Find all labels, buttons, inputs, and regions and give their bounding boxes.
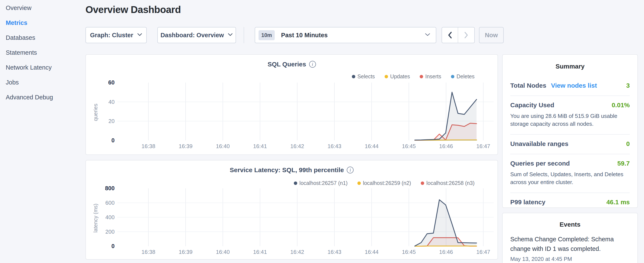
view-nodes-list-link[interactable]: View nodes list xyxy=(551,82,597,89)
sidebar-item-network-latency[interactable]: Network Latency xyxy=(6,64,85,71)
legend-item: localhost:26259 (n2) xyxy=(358,180,411,186)
now-button[interactable]: Now xyxy=(479,27,504,43)
graph-dropdown[interactable]: Graph: Cluster xyxy=(86,27,147,43)
svg-text:0: 0 xyxy=(112,137,114,144)
summary-description: Sum of Selects, Updates, Inserts, and De… xyxy=(510,170,630,186)
summary-value: 46.1 ms xyxy=(606,198,630,206)
legend-item: localhost:26258 (n3) xyxy=(421,180,474,186)
svg-text:16:40: 16:40 xyxy=(216,143,230,149)
summary-label: Capacity Used xyxy=(510,102,554,109)
svg-text:16:42: 16:42 xyxy=(290,143,304,149)
svg-text:40: 40 xyxy=(108,99,114,105)
summary-row-total-nodes: Total Nodes View nodes list 3 xyxy=(510,76,630,96)
sidebar-item-databases[interactable]: Databases xyxy=(6,34,85,41)
time-range-badge: 10m xyxy=(258,30,275,40)
summary-label: Queries per second xyxy=(510,160,570,167)
graph-dropdown-label: Graph: Cluster xyxy=(90,32,133,39)
summary-row-unavailable-ranges: Unavailable ranges 0 xyxy=(510,135,630,154)
event-list-item[interactable]: Schema Change Completed: Schema change w… xyxy=(510,234,630,262)
sidebar: Overview Metrics Databases Statements Ne… xyxy=(0,0,85,263)
legend-dot xyxy=(358,181,361,185)
svg-text:16:45: 16:45 xyxy=(402,143,416,149)
svg-text:16:46: 16:46 xyxy=(439,249,453,255)
sidebar-item-advanced-debug[interactable]: Advanced Debug xyxy=(6,94,85,101)
events-title: Events xyxy=(502,221,638,228)
sidebar-item-statements[interactable]: Statements xyxy=(6,49,85,56)
legend-label: localhost:26258 (n3) xyxy=(426,180,474,186)
info-icon[interactable]: i xyxy=(309,61,316,68)
dashboard-dropdown[interactable]: Dashboard: Overview xyxy=(157,27,236,43)
chart-title: SQL Queries xyxy=(268,61,306,68)
event-text: Schema Change Completed: Schema change w… xyxy=(510,234,630,254)
legend-item: Deletes xyxy=(451,73,474,80)
time-range-label: Past 10 Minutes xyxy=(281,32,425,39)
service-latency-chart-card: Service Latency: SQL, 99th percentile i … xyxy=(86,160,498,259)
chart-legend: localhost:26257 (n1) localhost:26259 (n2… xyxy=(294,180,474,186)
time-range-dropdown[interactable]: 10m Past 10 Minutes xyxy=(255,27,436,43)
service-latency-plot[interactable]: 16:3816:3916:4016:4116:4216:4316:4416:45… xyxy=(90,186,498,259)
legend-dot xyxy=(421,181,424,185)
svg-text:20: 20 xyxy=(108,118,114,124)
sql-queries-plot[interactable]: 16:3816:3916:4016:4116:4216:4316:4416:45… xyxy=(90,80,498,154)
summary-row-p99-latency: P99 latency 46.1 ms xyxy=(510,193,630,212)
svg-text:800: 800 xyxy=(105,186,114,191)
legend-item: Updates xyxy=(384,73,410,80)
event-timestamp: May 13, 2020 at 4:45 PM xyxy=(510,256,630,262)
legend-item: Selects xyxy=(352,73,375,80)
legend-dot xyxy=(420,75,423,78)
summary-label: Total Nodes xyxy=(510,82,546,89)
summary-value: 0 xyxy=(626,140,630,147)
info-icon[interactable]: i xyxy=(347,167,354,173)
summary-value: 59.7 xyxy=(618,160,630,167)
now-button-label: Now xyxy=(485,32,498,39)
svg-text:16:44: 16:44 xyxy=(365,143,378,149)
chart-title: Service Latency: SQL, 99th percentile xyxy=(230,166,344,174)
previous-time-button[interactable] xyxy=(442,28,458,43)
svg-text:16:47: 16:47 xyxy=(476,143,490,149)
summary-panel: Summary Total Nodes View nodes list 3 Ca… xyxy=(502,54,638,208)
svg-text:400: 400 xyxy=(106,214,114,220)
svg-text:16:38: 16:38 xyxy=(142,143,155,149)
svg-text:16:43: 16:43 xyxy=(328,249,341,255)
svg-text:200: 200 xyxy=(106,228,114,235)
svg-text:16:44: 16:44 xyxy=(365,249,378,255)
legend-label: Inserts xyxy=(425,73,441,80)
chart-legend: Selects Updates Inserts Deletes xyxy=(352,73,474,80)
legend-dot xyxy=(352,75,355,78)
svg-text:queries: queries xyxy=(92,104,98,121)
svg-text:600: 600 xyxy=(106,200,114,206)
legend-dot xyxy=(384,75,388,78)
next-time-button[interactable] xyxy=(458,28,474,43)
legend-item: Inserts xyxy=(420,73,441,80)
svg-text:16:43: 16:43 xyxy=(328,143,341,149)
svg-text:16:42: 16:42 xyxy=(290,249,304,255)
legend-dot xyxy=(451,75,454,78)
svg-text:16:46: 16:46 xyxy=(439,143,453,149)
legend-label: localhost:26257 (n1) xyxy=(299,180,348,186)
controls-divider xyxy=(244,27,244,43)
page-title: Overview Dashboard xyxy=(86,4,181,15)
summary-row-capacity-used: Capacity Used 0.01% You are using 28.6 M… xyxy=(510,96,630,135)
svg-text:16:47: 16:47 xyxy=(476,249,490,255)
legend-item: localhost:26257 (n1) xyxy=(294,180,348,186)
svg-text:latency (ms): latency (ms) xyxy=(92,204,98,232)
svg-text:16:41: 16:41 xyxy=(253,143,267,149)
svg-text:0: 0 xyxy=(112,243,114,249)
svg-text:16:41: 16:41 xyxy=(253,249,267,255)
svg-text:16:39: 16:39 xyxy=(178,143,192,149)
chevron-down-icon xyxy=(425,33,430,37)
svg-text:16:39: 16:39 xyxy=(178,249,192,255)
sidebar-item-metrics[interactable]: Metrics xyxy=(6,19,85,26)
summary-label: Unavailable ranges xyxy=(510,140,568,147)
events-panel: Events Schema Change Completed: Schema c… xyxy=(502,213,638,263)
sidebar-item-jobs[interactable]: Jobs xyxy=(6,79,85,86)
summary-value: 0.01% xyxy=(612,102,630,109)
sql-queries-chart-card: SQL Queries i Selects Updates Inserts De… xyxy=(86,54,498,155)
time-step-buttons xyxy=(442,27,475,43)
svg-text:60: 60 xyxy=(108,80,114,86)
sidebar-item-overview[interactable]: Overview xyxy=(6,4,85,12)
chevron-down-icon xyxy=(228,33,233,37)
legend-label: Deletes xyxy=(456,73,474,80)
legend-label: Selects xyxy=(358,73,375,80)
summary-value: 3 xyxy=(626,82,630,89)
